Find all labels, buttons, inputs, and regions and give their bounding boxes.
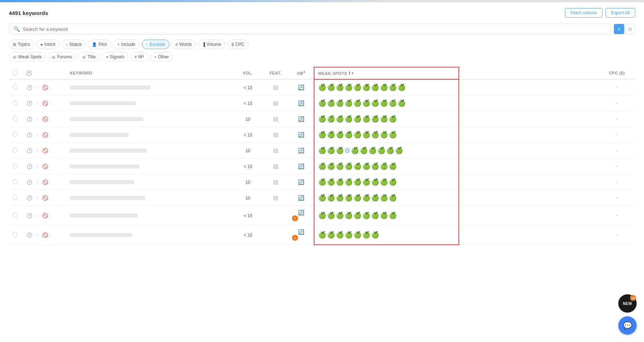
star-action-icon[interactable]: ☆	[35, 101, 40, 106]
th-cpc[interactable]: CPC ($)	[598, 67, 635, 79]
row-checkbox[interactable]	[12, 212, 18, 218]
clock-action-icon[interactable]: 🕐	[26, 148, 32, 153]
row-checkbox[interactable]	[12, 84, 18, 90]
weak-spot-icon: 🍏	[380, 83, 388, 91]
row-checkbox[interactable]	[12, 132, 18, 137]
star-action-icon[interactable]: ☆	[35, 148, 40, 153]
filter-forums[interactable]: ◎ Forums	[48, 52, 76, 62]
star-action-icon[interactable]: ☆	[35, 232, 40, 238]
filter-status[interactable]: ↑ Status	[62, 40, 86, 49]
filter-exclude[interactable]: − Exclude	[142, 40, 169, 49]
hide-action-icon[interactable]: 🚫	[42, 101, 48, 106]
weak-spots-info-icon[interactable]: ℹ	[349, 71, 350, 76]
grid-view-button[interactable]: ⊞	[625, 24, 635, 34]
clock-action-icon[interactable]: 🕐	[26, 179, 32, 185]
include-icon: +	[117, 42, 119, 47]
row-checkbox[interactable]	[12, 179, 18, 184]
list-view-button[interactable]: ≡	[614, 24, 624, 34]
row-checkbox[interactable]	[12, 163, 18, 168]
refresh-icon[interactable]: 🔄	[298, 100, 304, 106]
weak-spot-icon: 🍏	[327, 146, 335, 154]
hide-action-icon[interactable]: 🚫	[42, 195, 48, 201]
hide-action-icon[interactable]: 🚫	[42, 85, 48, 90]
clock-action-icon[interactable]: 🕐	[26, 164, 32, 169]
row-checkbox[interactable]	[12, 195, 18, 200]
star-action-icon[interactable]: ☆	[35, 132, 40, 138]
hide-action-icon[interactable]: 🚫	[42, 148, 48, 153]
refresh-icon[interactable]: 🔄	[298, 179, 304, 185]
weak-spot-icon: 🍏	[360, 146, 368, 154]
refresh-icon[interactable]: 🔄	[298, 132, 304, 138]
th-select-all[interactable]	[9, 67, 22, 79]
weak-spots-sort-icon[interactable]: ▾	[352, 71, 354, 75]
hide-action-icon[interactable]: 🚫	[42, 213, 48, 218]
weak-spot-icon: 🍏	[368, 146, 377, 154]
volume-value: 10	[245, 180, 250, 185]
clock-action-icon[interactable]: 🕐	[26, 195, 32, 201]
clock-action-icon[interactable]: 🕐	[26, 132, 32, 138]
filter-words[interactable]: # Words	[172, 40, 196, 49]
star-action-icon[interactable]: ☆	[35, 195, 40, 201]
filter-weak-spots[interactable]: ◎ Weak Spots	[9, 52, 46, 62]
refresh-icon[interactable]: 🔄	[298, 210, 304, 215]
th-vol[interactable]: VOL.	[233, 67, 263, 79]
signals-icon: ≡	[106, 55, 108, 59]
filter-include[interactable]: + Include	[113, 40, 139, 49]
filter-cpc[interactable]: $ CPC	[227, 40, 248, 49]
refresh-icon[interactable]: 🔄	[298, 116, 304, 122]
hide-action-icon[interactable]: 🚫	[42, 116, 48, 122]
th-keyword[interactable]: Keyword	[66, 67, 233, 79]
select-all-checkbox[interactable]	[12, 70, 18, 75]
cpc-value: -	[616, 163, 618, 169]
star-action-icon[interactable]: ☆	[35, 164, 40, 169]
paa-icon: 👤	[92, 42, 97, 47]
refresh-icon[interactable]: 🔄	[298, 229, 304, 235]
filter-intent[interactable]: ● Intent	[36, 40, 60, 49]
hide-action-icon[interactable]: 🚫	[42, 132, 48, 138]
cpc-value: -	[616, 148, 618, 153]
filter-volume[interactable]: ▐ Volume	[198, 40, 225, 49]
refresh-icon[interactable]: 🔄	[298, 84, 304, 90]
filter-signals[interactable]: ≡ Signals	[102, 52, 128, 62]
row-checkbox[interactable]	[12, 148, 18, 153]
volume-icon: ▐	[202, 42, 205, 47]
th-weak-spots[interactable]: WEAK SPOTS ℹ ▾	[314, 67, 459, 79]
th-w3[interactable]: #W3	[288, 67, 314, 79]
featured-snippet-icon: ▤	[273, 131, 278, 138]
filter-other[interactable]: + Other	[150, 52, 173, 62]
clock-action-icon[interactable]: 🕐	[26, 85, 32, 90]
th-feat[interactable]: FEAT.	[263, 67, 288, 79]
filter-paa[interactable]: 👤 PAA	[88, 40, 111, 49]
filter-title[interactable]: ◎ Title	[78, 52, 100, 62]
hide-action-icon[interactable]: 🚫	[42, 232, 48, 238]
view-toggle: ≡ ⊞	[614, 24, 635, 34]
row-checkbox[interactable]	[12, 232, 18, 237]
star-action-icon[interactable]: ☆	[35, 179, 40, 185]
weak-spot-icon: 🍏	[386, 146, 394, 154]
search-bar: 🔍	[9, 23, 611, 34]
hide-action-icon[interactable]: 🚫	[42, 164, 48, 169]
fetch-volume-button[interactable]: Fetch volume	[565, 8, 602, 18]
star-action-icon[interactable]: ☆	[35, 213, 40, 218]
star-action-icon[interactable]: ☆	[35, 116, 40, 122]
refresh-icon[interactable]: 🔄	[298, 195, 304, 201]
row-checkbox[interactable]	[12, 100, 18, 105]
filter-w3[interactable]: # W³	[130, 52, 148, 62]
filter-topics[interactable]: ⊞ Topics	[9, 40, 34, 49]
clock-action-icon[interactable]: 🕐	[26, 101, 32, 106]
star-action-icon[interactable]: ☆	[35, 85, 40, 90]
search-icon: 🔍	[14, 26, 20, 32]
clock-action-icon[interactable]: 🕐	[26, 213, 32, 218]
refresh-icon[interactable]: 🔄	[298, 163, 304, 169]
hide-action-icon[interactable]: 🚫	[42, 179, 48, 185]
clock-action-icon[interactable]: 🕐	[26, 232, 32, 238]
weak-spot-icon: 🍏	[380, 194, 388, 202]
filter-status-label: Status	[69, 42, 82, 47]
refresh-icon[interactable]: 🔄	[298, 148, 304, 153]
header-actions: Fetch volume Export All	[565, 8, 635, 18]
weak-spots-cell: 🍏🍏🍏🍏🍏🍏🍏🍏🍏	[318, 115, 455, 123]
clock-action-icon[interactable]: 🕐	[26, 116, 32, 122]
search-input[interactable]	[23, 26, 606, 32]
export-all-button[interactable]: Export All	[605, 8, 635, 18]
row-checkbox[interactable]	[12, 116, 18, 121]
